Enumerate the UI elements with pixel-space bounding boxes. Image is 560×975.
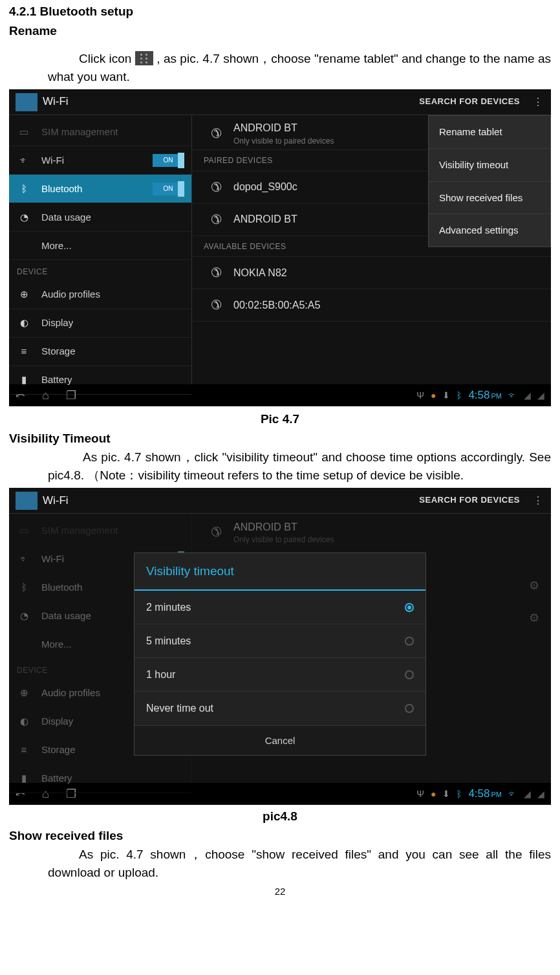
sidebar-item-audio[interactable]: ⊕Audio profiles — [9, 281, 191, 309]
page-number: 22 — [9, 884, 551, 899]
paragraph-2: As pic. 4.7 shown，click "visibility time… — [48, 448, 551, 484]
status-icons: Ψ ● ⬇ ᛒ 4:58PM ᯤ ◢ ◢ — [416, 786, 544, 802]
ss1-left-pane: ▭SIM management ᯤWi-FiON ᛒBluetoothON ◔D… — [9, 115, 192, 384]
ss1-dropdown-menu: Rename tablet Visibility timeout Show re… — [428, 115, 551, 247]
radio-icon — [405, 704, 414, 713]
section-heading-3: Visibility Timeout — [9, 430, 551, 448]
radio-icon — [405, 637, 414, 646]
paragraph-3: As pic. 4.7 shown，choose "show received … — [48, 846, 551, 881]
overflow-menu-icon[interactable]: ⋮ — [532, 100, 544, 104]
cancel-button[interactable]: Cancel — [135, 726, 425, 756]
usb-icon: Ψ — [416, 389, 424, 402]
settings-header-icon — [16, 93, 38, 111]
section-heading-2: Rename — [9, 22, 551, 40]
screenshot-pic-4-7: Wi-Fi SEARCH FOR DEVICES ⋮ Rename tablet… — [9, 89, 551, 406]
display-icon: ◐ — [17, 316, 31, 330]
sim-icon: ▭ — [17, 125, 31, 139]
bluetooth-icon: ᛒ — [17, 182, 31, 196]
sidebar-item-bluetooth[interactable]: ᛒBluetoothON — [9, 175, 191, 203]
storage-icon: ≡ — [17, 344, 31, 358]
phone-icon: ✆ — [204, 296, 222, 314]
data-usage-icon: ◔ — [17, 210, 31, 225]
sidebar-item-battery[interactable]: ▮Battery — [9, 366, 191, 395]
option-never-time-out[interactable]: Never time out — [135, 692, 425, 725]
section-heading-1: 4.2.1 Bluetooth setup — [9, 3, 551, 21]
menu-dots-icon — [135, 51, 153, 65]
sidebar-item-sim[interactable]: ▭SIM management — [9, 118, 191, 146]
wifi-icon: ᯤ — [17, 153, 31, 168]
sidebar-item-more[interactable]: More... — [9, 232, 191, 260]
caption-pic-4-8: pic4.8 — [9, 807, 551, 826]
wifi-toggle[interactable]: ON — [153, 154, 184, 167]
option-1-hour[interactable]: 1 hour — [135, 658, 425, 692]
bluetooth-status-icon: ᛒ — [457, 389, 462, 402]
radio-selected-icon — [405, 603, 414, 612]
clock: 4:58PM — [468, 388, 502, 404]
para1a-text: Click icon — [79, 52, 135, 65]
bluetooth-toggle[interactable]: ON — [153, 182, 184, 195]
sidebar-item-storage[interactable]: ≡Storage — [9, 338, 191, 366]
signal-icon: ◢ — [537, 389, 544, 402]
back-button[interactable]: ⤺ — [16, 387, 25, 404]
dropdown-show-received-files[interactable]: Show received files — [429, 182, 550, 215]
signal-icon: ◢ — [524, 389, 531, 402]
phone-icon: ✆ — [204, 124, 222, 143]
section-heading-4: Show received files — [9, 827, 551, 845]
option-5-minutes[interactable]: 5 minutes — [135, 624, 425, 658]
radio-icon — [405, 670, 414, 679]
phone-icon: ✆ — [204, 210, 222, 229]
ss2-header: Wi-Fi SEARCH FOR DEVICES ⋮ — [9, 488, 551, 514]
available-device-row[interactable]: ✆00:02:5B:00:A5:A5 — [192, 289, 551, 322]
paragraph-1: Click icon , as pic. 4.7 shown，choose "r… — [48, 50, 551, 85]
overflow-menu-icon[interactable]: ⋮ — [532, 499, 544, 502]
available-device-row[interactable]: ✆NOKIA N82 — [192, 257, 551, 289]
sidebar-item-display[interactable]: ◐Display — [9, 309, 191, 338]
search-for-devices-button[interactable]: SEARCH FOR DEVICES — [419, 494, 520, 507]
sidebar-cat-device: DEVICE — [9, 260, 191, 280]
visibility-timeout-dialog: Visibility timeout 2 minutes 5 minutes 1… — [134, 553, 426, 756]
dropdown-visibility-timeout[interactable]: Visibility timeout — [429, 149, 550, 182]
audio-icon: ⊕ — [17, 287, 31, 301]
ss2-header-title: Wi-Fi — [43, 493, 69, 509]
wifi-status-icon: ᯤ — [508, 389, 517, 402]
battery-icon: ▮ — [17, 373, 31, 387]
ss1-header: Wi-Fi SEARCH FOR DEVICES ⋮ — [9, 89, 551, 115]
sidebar-item-wifi[interactable]: ᯤWi-FiON — [9, 146, 191, 175]
dialog-title: Visibility timeout — [135, 553, 425, 591]
sidebar-item-data-usage[interactable]: ◔Data usage — [9, 203, 191, 232]
dropdown-advanced-settings[interactable]: Advanced settings — [429, 214, 550, 246]
recent-button[interactable]: ❐ — [66, 387, 76, 404]
dropdown-rename-tablet[interactable]: Rename tablet — [429, 116, 550, 149]
search-for-devices-button[interactable]: SEARCH FOR DEVICES — [419, 96, 520, 108]
download-icon: ⬇ — [442, 389, 450, 402]
status-dot-icon: ● — [431, 389, 436, 402]
caption-pic-4-7: Pic 4.7 — [9, 410, 551, 428]
phone-icon: ✆ — [204, 178, 222, 197]
option-2-minutes[interactable]: 2 minutes — [135, 591, 425, 624]
settings-header-icon — [16, 492, 38, 510]
status-icons: Ψ ● ⬇ ᛒ 4:58PM ᯤ ◢ ◢ — [416, 388, 544, 404]
screenshot-pic-4-8: Wi-Fi SEARCH FOR DEVICES ⋮ ▭SIM manageme… — [9, 488, 551, 804]
home-button[interactable]: ⌂ — [42, 387, 49, 404]
phone-icon: ✆ — [204, 263, 222, 282]
ss1-header-title: Wi-Fi — [43, 94, 69, 110]
